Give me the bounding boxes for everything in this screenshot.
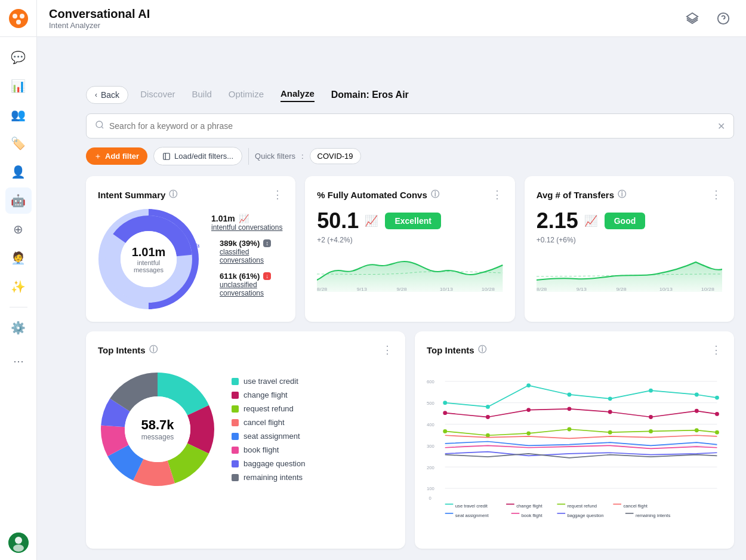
sidebar-item-ai[interactable]: ✨: [5, 273, 32, 300]
svg-text:request refund: request refund: [568, 503, 597, 509]
avg-transfers-info-icon[interactable]: ⓘ: [618, 189, 626, 200]
svg-rect-89: [511, 513, 520, 514]
pie-chart: 58.7k messages: [98, 370, 217, 489]
search-input[interactable]: [109, 121, 713, 131]
top-intents-pie-header: Top Intents ⓘ ⋮: [98, 343, 393, 356]
stat3-label[interactable]: unclassified conversations: [220, 281, 283, 297]
svg-text:9/13: 9/13: [576, 286, 587, 291]
chat-icon: 💬: [11, 50, 26, 64]
stat2-label[interactable]: classified conversations: [220, 248, 283, 264]
bottom-grid: Top Intents ⓘ ⋮: [86, 331, 734, 549]
line-chart-svg: 600 500 400 300 200 100 0: [427, 364, 722, 537]
svg-point-60: [649, 389, 653, 393]
top-intents-line-more-icon[interactable]: ⋮: [711, 343, 722, 356]
tab-discover[interactable]: Discover: [140, 89, 175, 101]
fully-automated-header: % Fully Automated Convs ⓘ ⋮: [317, 188, 503, 201]
sidebar-item-analytics[interactable]: 📊: [5, 73, 32, 99]
svg-text:0: 0: [429, 496, 431, 501]
sidebar-item-users-list[interactable]: 👥: [5, 101, 32, 128]
tab-optimize[interactable]: Optimize: [229, 89, 264, 101]
avg-transfers-card: Avg # of Transfers ⓘ ⋮ 2.15 📈 Good +0.12…: [525, 176, 734, 322]
fully-automated-info-icon[interactable]: ⓘ: [431, 189, 439, 200]
legend-label-2: request refund: [243, 404, 294, 413]
sidebar-item-dots[interactable]: ⋯: [5, 348, 32, 374]
avg-transfers-header: Avg # of Transfers ⓘ ⋮: [537, 188, 722, 201]
top-intents-pie-info-icon[interactable]: ⓘ: [149, 344, 158, 355]
legend-item-5: book flight: [232, 445, 305, 454]
legend-label-0: use travel credit: [243, 377, 298, 386]
svg-point-63: [443, 411, 447, 415]
svg-text:9/28: 9/28: [397, 286, 408, 291]
legend-item-6: baggage question: [232, 459, 305, 468]
top-intents-line-info-icon[interactable]: ⓘ: [478, 344, 486, 355]
svg-rect-85: [613, 504, 621, 505]
fully-automated-card: % Fully Automated Convs ⓘ ⋮ 50.1 📈 Excel…: [305, 176, 514, 322]
svg-text:remaining intents: remaining intents: [636, 513, 671, 518]
tab-build[interactable]: Build: [192, 89, 211, 101]
users-list-icon: 👥: [11, 107, 26, 122]
svg-rect-81: [506, 504, 514, 505]
intent-summary-title: Intent Summary ⓘ: [98, 189, 177, 200]
sidebar-item-agents[interactable]: 🧑‍💼: [5, 245, 32, 271]
svg-text:400: 400: [427, 422, 434, 427]
legend-dot-0: [232, 378, 239, 385]
avg-transfers-value: 2.15 📈: [537, 208, 597, 233]
sidebar: 💬 📊 👥 🏷️ 👤 🤖 ⊕ 🧑‍💼 ✨ ⚙️ ⋯: [0, 0, 37, 560]
pie-center-label: messages: [141, 433, 174, 441]
load-filter-button[interactable]: Load/edit filters...: [153, 147, 242, 165]
line-chart-wrapper: 600 500 400 300 200 100 0: [427, 364, 722, 537]
sidebar-item-bot[interactable]: 🤖: [5, 187, 32, 214]
pie-legend: use travel credit change flight request …: [232, 377, 305, 482]
fully-automated-value: 50.1 📈: [317, 208, 378, 233]
layers-button[interactable]: [682, 8, 703, 29]
back-label: Back: [101, 90, 119, 100]
svg-text:use travel credit: use travel credit: [455, 503, 488, 509]
avg-transfers-more-icon[interactable]: ⋮: [711, 188, 722, 201]
svg-text:8/28: 8/28: [537, 286, 547, 291]
svg-point-70: [715, 412, 719, 416]
help-button[interactable]: [713, 8, 734, 29]
app-title: Conversational AI: [49, 7, 150, 21]
stat-row-1: 1.01m 📈 intentful conversations: [211, 214, 283, 232]
search-clear-icon[interactable]: ✕: [717, 121, 725, 132]
sidebar-item-tags[interactable]: 🏷️: [5, 130, 32, 156]
svg-point-66: [568, 407, 572, 411]
stat-row-2: 389k (39%) ↕ classified conversations: [220, 239, 283, 264]
stat3-num: 611k (61%): [220, 272, 260, 281]
legend-label-5: book flight: [243, 445, 279, 454]
back-button[interactable]: ‹ Back: [86, 86, 128, 104]
svg-point-65: [526, 408, 531, 412]
legend-item-3: cancel flight: [232, 418, 305, 427]
svg-text:10/28: 10/28: [482, 286, 495, 291]
intent-summary-more-icon[interactable]: ⋮: [272, 188, 283, 201]
svg-point-0: [9, 9, 28, 28]
legend-item-2: request refund: [232, 404, 305, 413]
legend-dot-3: [232, 419, 239, 426]
intent-summary-header: Intent Summary ⓘ ⋮: [98, 188, 283, 201]
svg-text:seat assignment: seat assignment: [455, 513, 489, 518]
svg-point-55: [443, 401, 447, 405]
top-intents-pie-more-icon[interactable]: ⋮: [382, 343, 393, 356]
sidebar-item-settings[interactable]: ⚙️: [5, 315, 32, 341]
stat1-label[interactable]: intentful conversations: [211, 223, 283, 232]
add-filter-button[interactable]: Add filter: [86, 147, 147, 165]
tab-analyze[interactable]: Analyze: [280, 88, 315, 102]
top-intents-pie-title: Top Intents ⓘ: [98, 344, 158, 355]
header-actions: [682, 8, 734, 29]
legend-label-1: change flight: [243, 390, 288, 399]
avatar[interactable]: [8, 533, 29, 553]
svg-text:baggage question: baggage question: [568, 513, 604, 518]
sidebar-item-user[interactable]: 👤: [5, 159, 32, 185]
svg-rect-83: [557, 504, 565, 505]
grid-dots-icon: ⋯: [13, 355, 24, 368]
legend-item-1: change flight: [232, 390, 305, 399]
svg-rect-93: [625, 513, 634, 514]
fully-automated-more-icon[interactable]: ⋮: [492, 188, 503, 201]
sidebar-item-chat[interactable]: 💬: [5, 44, 32, 70]
donut-label2: messages: [132, 266, 166, 273]
sidebar-item-combine[interactable]: ⊕: [5, 216, 32, 242]
intent-summary-info-icon[interactable]: ⓘ: [169, 189, 177, 200]
quick-filter-tag-label: COVID-19: [317, 152, 353, 161]
covid-filter-tag[interactable]: COVID-19: [310, 148, 361, 164]
pie-wrapper: 58.7k messages use travel credit change …: [98, 364, 393, 489]
